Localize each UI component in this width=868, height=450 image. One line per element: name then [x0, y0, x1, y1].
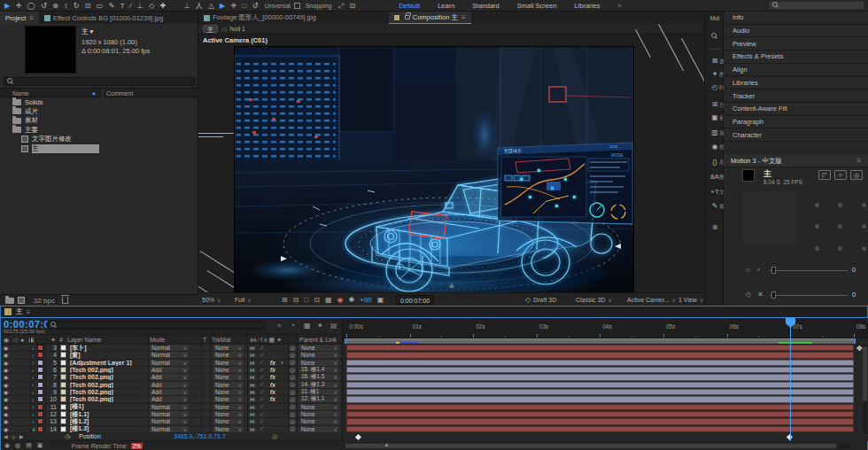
adjustment-layer-icon[interactable]: ◐	[281, 360, 284, 365]
tab-content-aware-fill[interactable]: Content-Aware Fill	[724, 103, 868, 116]
twirl-icon[interactable]: ∨	[32, 426, 35, 432]
layer-duration-bar[interactable]	[346, 411, 854, 417]
project-item[interactable]: 成片	[0, 107, 198, 117]
workspace-small-screen[interactable]: Small Screen	[517, 2, 557, 10]
tab-project[interactable]: Project≡	[0, 12, 39, 24]
tab-effect-controls[interactable]: Effect Controls BG [01000-01239].jpg	[39, 12, 169, 24]
rotation-tool-icon[interactable]: ↻	[74, 0, 80, 12]
motion-blur-switch-icon[interactable]: ∕	[261, 404, 262, 409]
motion-blur-switch-icon[interactable]: ∕	[261, 360, 262, 365]
twirl-icon[interactable]: ›	[32, 419, 34, 424]
layer-duration-bar[interactable]	[346, 396, 854, 402]
parent-link-dropdown[interactable]: 15. 楼1.4∨	[299, 367, 339, 373]
parent-link-dropdown[interactable]: 12. 楼1.1∨	[299, 396, 339, 402]
magnification-dropdown[interactable]: 50%∨	[202, 293, 221, 306]
fx-badge-icon[interactable]: fx	[270, 360, 275, 366]
trkmat-dropdown[interactable]: None∨	[213, 374, 244, 380]
blend-mode-dropdown[interactable]: Add∨	[150, 389, 189, 395]
parent-link-dropdown[interactable]: None∨	[299, 411, 339, 417]
tab-character[interactable]: Character	[724, 128, 868, 142]
motion-blur-switch-icon[interactable]: ∕	[261, 390, 262, 395]
project-item[interactable]: Solids	[0, 97, 198, 107]
new-folder-icon[interactable]	[5, 298, 14, 304]
motion-blur-switch-icon[interactable]: ∕	[261, 368, 262, 373]
close-icon[interactable]: ✕	[757, 291, 763, 299]
fast-previews-button[interactable]: ◇Draft 3D	[523, 293, 556, 306]
timeline-zoom-in-icon[interactable]: ▲	[384, 441, 390, 447]
twirl-icon[interactable]: ›	[32, 412, 34, 417]
blend-mode-dropdown[interactable]: Add∨	[150, 367, 189, 373]
camera-dropdown[interactable]: Active Camer...∨	[627, 293, 676, 306]
tab-footage[interactable]: Footage 图形人_[00000-00749].jpg	[198, 12, 322, 24]
blend-mode-dropdown[interactable]: Normal∨	[150, 404, 189, 410]
trkmat-dropdown[interactable]: None∨	[213, 367, 244, 373]
layer-name[interactable]: [Tech 002.png]	[70, 367, 148, 373]
layer-duration-bar[interactable]	[346, 374, 854, 380]
fx-badge-icon[interactable]: fx	[270, 389, 275, 395]
trash-icon[interactable]	[62, 297, 68, 304]
quality-switch-icon[interactable]: ⋈	[250, 360, 255, 366]
world-axis-icon[interactable]: 人	[196, 0, 203, 12]
twirl-icon[interactable]: ›	[32, 375, 34, 380]
twirl-icon[interactable]: ›	[32, 360, 34, 365]
label-color-swatch[interactable]	[37, 411, 43, 417]
anchor-point-tool-icon[interactable]: ⊡	[85, 0, 91, 12]
twirl-icon[interactable]: ›	[32, 404, 34, 409]
slider-handle[interactable]	[771, 267, 776, 274]
pickwhip-icon[interactable]: ◎	[290, 381, 295, 388]
transparency-grid-icon[interactable]: ▦	[325, 296, 332, 304]
blend-mode-dropdown[interactable]: Add∨	[150, 374, 189, 380]
eye-icon[interactable]: ◉	[4, 411, 8, 417]
axis-tool-icon[interactable]: ⊥	[137, 0, 143, 12]
panel-menu-icon[interactable]: ≡	[856, 157, 861, 165]
breadcrumb-comp[interactable]: 主	[203, 25, 218, 33]
parent-link-dropdown[interactable]: None∨	[299, 418, 339, 424]
hand-tool-icon[interactable]: ✛	[16, 0, 22, 12]
resolution-dropdown[interactable]: Full∨	[235, 293, 252, 306]
layer-duration-bar[interactable]	[346, 426, 854, 432]
shape-tool-icon[interactable]: ◇	[149, 0, 154, 12]
lock-icon[interactable]	[405, 15, 410, 19]
blend-mode-dropdown[interactable]: Add∨	[150, 396, 189, 402]
twirl-icon[interactable]: ›	[32, 353, 34, 358]
project-selected-name[interactable]: 主 ▾	[81, 27, 93, 36]
twirl-icon[interactable]: ›	[32, 368, 34, 373]
pickwhip-icon[interactable]: ◎	[290, 425, 295, 432]
guides-icon[interactable]: ⊟	[293, 296, 299, 304]
timeline-graph-area[interactable]: 0:00s01s02s03s04s05s06s07s08s ✥	[342, 318, 868, 441]
pickwhip-icon[interactable]: ◎	[290, 418, 295, 425]
timeline-search-input[interactable]	[60, 322, 261, 330]
live-update-icon[interactable]: ◍	[15, 442, 20, 449]
label-color-swatch[interactable]	[37, 389, 43, 395]
column-parent-link[interactable]: Parent & Link	[299, 337, 337, 343]
fx-badge-icon[interactable]: fx	[270, 382, 275, 388]
motion-blur-switch-icon[interactable]: ∕	[261, 397, 262, 402]
panel-menu-icon[interactable]: ≡	[27, 308, 31, 316]
selection-tool-icon[interactable]: ▶	[4, 0, 10, 12]
chevron-left-icon[interactable]: ‹	[757, 266, 760, 274]
line-tool-icon[interactable]: ∕	[130, 0, 131, 12]
layer-name[interactable]: [Tech 002.png]	[70, 382, 148, 388]
layer-duration-bar[interactable]	[346, 345, 854, 351]
trkmat-dropdown[interactable]: None∨	[213, 426, 244, 432]
timeline-zoom-out-icon[interactable]: ○	[345, 442, 348, 447]
label-color-swatch[interactable]	[37, 404, 43, 410]
parent-link-dropdown[interactable]: None∨	[299, 360, 339, 366]
slider-value[interactable]: 0	[852, 291, 856, 299]
anchor-target-button[interactable]: ◎	[850, 170, 863, 180]
eye-icon[interactable]: ◉	[4, 396, 8, 402]
slider-track[interactable]	[770, 270, 848, 271]
quality-switch-icon[interactable]: ⋈	[250, 382, 255, 388]
motion-blur-switch-icon[interactable]: ∕	[261, 419, 262, 424]
graph-editor-icon[interactable]: ▤	[330, 322, 337, 330]
timeline-tab[interactable]: 主	[16, 307, 23, 316]
pickwhip-icon[interactable]: ◎	[290, 396, 295, 403]
slider-track[interactable]	[770, 295, 848, 296]
dock-label[interactable]: Mol	[705, 15, 725, 21]
layer-row[interactable]: ◉∨14[楼1.3]Normal∨None∨⋈∕◎None∨	[1, 426, 342, 433]
twirl-icon[interactable]: ›	[32, 345, 34, 351]
property-name[interactable]: Position	[79, 433, 101, 439]
blend-mode-dropdown[interactable]: Normal∨	[150, 360, 189, 366]
tab-info[interactable]: Info	[724, 12, 868, 25]
trkmat-dropdown[interactable]: None∨	[213, 352, 244, 358]
